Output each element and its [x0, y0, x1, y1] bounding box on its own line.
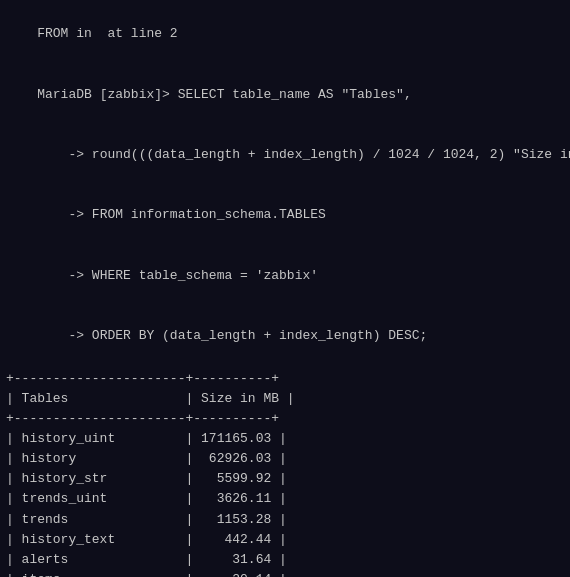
line-from2: -> FROM information_schema.TABLES — [37, 207, 326, 222]
terminal-window: FROM in at line 2 MariaDB [zabbix]> SELE… — [0, 0, 570, 577]
table-row: | items | 30.14 | — [6, 570, 564, 577]
query-results-table: +----------------------+----------+ | Ta… — [6, 369, 564, 577]
table-row: | history | 62926.03 | — [6, 449, 564, 469]
line-from: FROM in at line 2 — [37, 26, 177, 41]
header-size-col: | Size in MB | — [185, 389, 294, 409]
divider-top-row: +----------------------+----------+ — [6, 369, 564, 389]
divider-top: +----------------------+----------+ — [6, 369, 279, 389]
table-row: | history_uint | 171165.03 | — [6, 429, 564, 449]
table-row: | alerts | 31.64 | — [6, 550, 564, 570]
line-order: -> ORDER BY (data_length + index_length)… — [37, 328, 427, 343]
table-row: | history_text | 442.44 | — [6, 530, 564, 550]
table-row: | history_str | 5599.92 | — [6, 469, 564, 489]
header-tables-col: | Tables — [6, 389, 185, 409]
line-select: MariaDB [zabbix]> SELECT table_name AS "… — [37, 87, 411, 102]
data-rows-container: | history_uint | 171165.03 || history | … — [6, 429, 564, 577]
line-round: -> round(((data_length + index_length) /… — [37, 147, 570, 162]
table-row: | trends_uint | 3626.11 | — [6, 489, 564, 509]
table-row: | trends | 1153.28 | — [6, 510, 564, 530]
command-output: FROM in at line 2 MariaDB [zabbix]> SELE… — [6, 4, 564, 367]
divider-mid-row: +----------------------+----------+ — [6, 409, 564, 429]
line-where: -> WHERE table_schema = 'zabbix' — [37, 268, 318, 283]
header-row: | Tables | Size in MB | — [6, 389, 564, 409]
divider-mid: +----------------------+----------+ — [6, 409, 279, 429]
